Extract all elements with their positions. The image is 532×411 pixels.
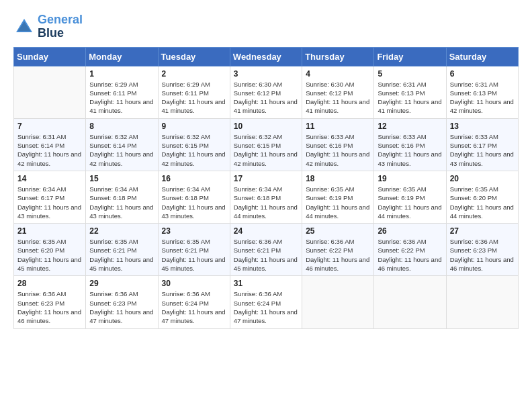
day-number: 22 — [89, 226, 154, 236]
calendar-cell — [374, 276, 446, 328]
sunset-text: Sunset: 6:15 PM — [234, 142, 281, 149]
sunrise-text: Sunrise: 6:31 AM — [378, 81, 426, 88]
daylight-text: Daylight: 11 hours and 47 minutes. — [234, 308, 298, 324]
sunset-text: Sunset: 6:24 PM — [234, 300, 281, 307]
sunrise-text: Sunrise: 6:36 AM — [234, 238, 282, 245]
sunset-text: Sunset: 6:17 PM — [450, 142, 497, 149]
daylight-text: Daylight: 11 hours and 42 minutes. — [17, 150, 81, 167]
page-header: General Blue — [13, 13, 519, 40]
day-info: Sunrise: 6:35 AM Sunset: 6:20 PM Dayligh… — [17, 237, 82, 273]
calendar-cell: 22 Sunrise: 6:35 AM Sunset: 6:21 PM Dayl… — [86, 224, 158, 276]
daylight-text: Daylight: 11 hours and 41 minutes. — [162, 98, 226, 114]
sunset-text: Sunset: 6:23 PM — [89, 300, 136, 307]
day-info: Sunrise: 6:30 AM Sunset: 6:12 PM Dayligh… — [234, 80, 298, 116]
day-number: 6 — [450, 69, 515, 79]
sunrise-text: Sunrise: 6:35 AM — [17, 238, 66, 245]
sunrise-text: Sunrise: 6:33 AM — [306, 133, 354, 140]
day-info: Sunrise: 6:36 AM Sunset: 6:22 PM Dayligh… — [306, 237, 370, 273]
sunset-text: Sunset: 6:23 PM — [17, 300, 64, 307]
daylight-text: Daylight: 11 hours and 47 minutes. — [162, 308, 226, 324]
calendar-cell: 2 Sunrise: 6:29 AM Sunset: 6:11 PM Dayli… — [158, 66, 230, 118]
day-info: Sunrise: 6:29 AM Sunset: 6:11 PM Dayligh… — [89, 80, 154, 116]
daylight-text: Daylight: 11 hours and 43 minutes. — [450, 150, 514, 167]
day-info: Sunrise: 6:36 AM Sunset: 6:23 PM Dayligh… — [89, 289, 154, 325]
day-number: 12 — [378, 122, 442, 131]
day-number: 31 — [234, 279, 298, 288]
day-number: 15 — [89, 174, 154, 183]
week-row-1: 1 Sunrise: 6:29 AM Sunset: 6:11 PM Dayli… — [14, 66, 519, 118]
sunrise-text: Sunrise: 6:36 AM — [162, 290, 210, 298]
day-info: Sunrise: 6:31 AM Sunset: 6:13 PM Dayligh… — [378, 80, 442, 116]
sunrise-text: Sunrise: 6:36 AM — [89, 290, 138, 298]
day-number: 19 — [378, 174, 442, 183]
day-info: Sunrise: 6:36 AM Sunset: 6:21 PM Dayligh… — [234, 237, 298, 273]
sunset-text: Sunset: 6:11 PM — [162, 89, 209, 97]
calendar-cell: 11 Sunrise: 6:33 AM Sunset: 6:16 PM Dayl… — [302, 118, 374, 171]
day-number: 26 — [378, 226, 442, 236]
day-number: 28 — [17, 279, 82, 288]
day-info: Sunrise: 6:36 AM Sunset: 6:22 PM Dayligh… — [378, 237, 442, 273]
day-number: 14 — [17, 174, 82, 183]
day-info: Sunrise: 6:34 AM Sunset: 6:18 PM Dayligh… — [234, 185, 298, 220]
daylight-text: Daylight: 11 hours and 43 minutes. — [378, 150, 441, 167]
calendar-cell: 6 Sunrise: 6:31 AM Sunset: 6:13 PM Dayli… — [446, 66, 518, 118]
sunrise-text: Sunrise: 6:35 AM — [378, 185, 426, 193]
day-info: Sunrise: 6:33 AM Sunset: 6:17 PM Dayligh… — [450, 132, 515, 168]
calendar-cell: 3 Sunrise: 6:30 AM Sunset: 6:12 PM Dayli… — [230, 66, 302, 118]
day-number: 16 — [162, 174, 226, 183]
header-day-thursday: Thursday — [302, 47, 374, 66]
header-day-wednesday: Wednesday — [230, 47, 302, 66]
sunrise-text: Sunrise: 6:29 AM — [89, 81, 138, 88]
day-number: 24 — [234, 226, 298, 236]
daylight-text: Daylight: 11 hours and 43 minutes. — [162, 203, 226, 220]
sunset-text: Sunset: 6:18 PM — [234, 194, 281, 201]
sunrise-text: Sunrise: 6:31 AM — [17, 133, 66, 140]
calendar-cell: 25 Sunrise: 6:36 AM Sunset: 6:22 PM Dayl… — [302, 224, 374, 276]
day-info: Sunrise: 6:33 AM Sunset: 6:16 PM Dayligh… — [378, 132, 442, 168]
logo: General Blue — [13, 13, 83, 40]
calendar-table: SundayMondayTuesdayWednesdayThursdayFrid… — [13, 47, 519, 329]
sunset-text: Sunset: 6:18 PM — [162, 194, 209, 201]
day-info: Sunrise: 6:35 AM Sunset: 6:20 PM Dayligh… — [450, 185, 515, 220]
daylight-text: Daylight: 11 hours and 41 minutes. — [89, 98, 153, 114]
calendar-cell: 17 Sunrise: 6:34 AM Sunset: 6:18 PM Dayl… — [230, 171, 302, 223]
sunset-text: Sunset: 6:21 PM — [234, 246, 281, 254]
day-number: 20 — [450, 174, 515, 183]
sunset-text: Sunset: 6:17 PM — [17, 194, 64, 201]
sunrise-text: Sunrise: 6:36 AM — [306, 238, 354, 245]
calendar-cell: 13 Sunrise: 6:33 AM Sunset: 6:17 PM Dayl… — [446, 118, 518, 171]
day-info: Sunrise: 6:33 AM Sunset: 6:16 PM Dayligh… — [306, 132, 370, 168]
sunrise-text: Sunrise: 6:31 AM — [450, 81, 498, 88]
daylight-text: Daylight: 11 hours and 45 minutes. — [234, 256, 298, 272]
day-number: 7 — [17, 122, 82, 131]
header-day-saturday: Saturday — [446, 47, 518, 66]
sunset-text: Sunset: 6:13 PM — [378, 89, 425, 97]
calendar-cell: 24 Sunrise: 6:36 AM Sunset: 6:21 PM Dayl… — [230, 224, 302, 276]
day-info: Sunrise: 6:36 AM Sunset: 6:24 PM Dayligh… — [234, 289, 298, 325]
sunset-text: Sunset: 6:16 PM — [378, 142, 425, 149]
calendar-cell: 30 Sunrise: 6:36 AM Sunset: 6:24 PM Dayl… — [158, 276, 230, 328]
daylight-text: Daylight: 11 hours and 46 minutes. — [450, 256, 514, 272]
day-info: Sunrise: 6:35 AM Sunset: 6:19 PM Dayligh… — [378, 185, 442, 220]
calendar-cell: 1 Sunrise: 6:29 AM Sunset: 6:11 PM Dayli… — [86, 66, 158, 118]
daylight-text: Daylight: 11 hours and 45 minutes. — [17, 256, 81, 272]
header-day-tuesday: Tuesday — [158, 47, 230, 66]
sunrise-text: Sunrise: 6:36 AM — [378, 238, 426, 245]
sunset-text: Sunset: 6:18 PM — [89, 194, 136, 201]
calendar-cell: 14 Sunrise: 6:34 AM Sunset: 6:17 PM Dayl… — [14, 171, 86, 223]
daylight-text: Daylight: 11 hours and 45 minutes. — [162, 256, 226, 272]
calendar-cell: 8 Sunrise: 6:32 AM Sunset: 6:14 PM Dayli… — [86, 118, 158, 171]
calendar-cell: 20 Sunrise: 6:35 AM Sunset: 6:20 PM Dayl… — [446, 171, 518, 223]
sunset-text: Sunset: 6:12 PM — [234, 89, 281, 97]
day-info: Sunrise: 6:29 AM Sunset: 6:11 PM Dayligh… — [162, 80, 226, 116]
day-number: 18 — [306, 174, 370, 183]
daylight-text: Daylight: 11 hours and 45 minutes. — [89, 256, 153, 272]
daylight-text: Daylight: 11 hours and 47 minutes. — [89, 308, 153, 324]
day-info: Sunrise: 6:32 AM Sunset: 6:15 PM Dayligh… — [162, 132, 226, 168]
sunset-text: Sunset: 6:23 PM — [450, 246, 497, 254]
calendar-header: SundayMondayTuesdayWednesdayThursdayFrid… — [14, 47, 519, 66]
sunset-text: Sunset: 6:19 PM — [378, 194, 425, 201]
sunset-text: Sunset: 6:22 PM — [306, 246, 353, 254]
sunrise-text: Sunrise: 6:34 AM — [234, 185, 282, 193]
sunrise-text: Sunrise: 6:32 AM — [162, 133, 210, 140]
